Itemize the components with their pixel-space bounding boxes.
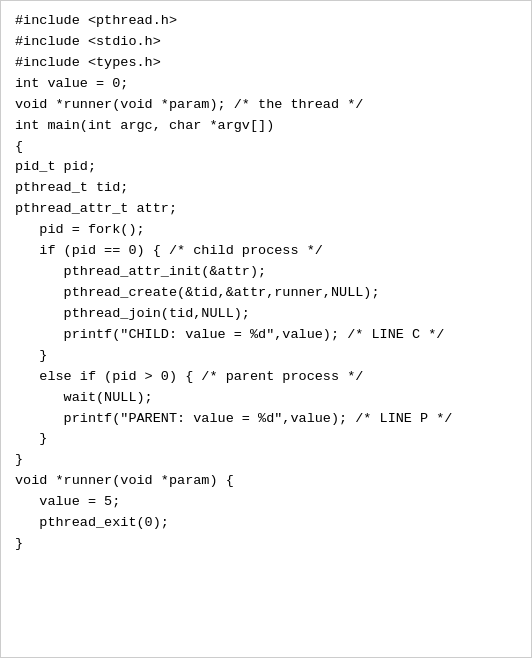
code-line: }: [15, 346, 517, 367]
code-line: pid_t pid;: [15, 157, 517, 178]
code-line: printf("PARENT: value = %d",value); /* L…: [15, 409, 517, 430]
code-line: pthread_t tid;: [15, 178, 517, 199]
code-line: pthread_exit(0);: [15, 513, 517, 534]
code-line: #include <types.h>: [15, 53, 517, 74]
code-line: #include <pthread.h>: [15, 11, 517, 32]
code-line: printf("CHILD: value = %d",value); /* LI…: [15, 325, 517, 346]
code-line: {: [15, 137, 517, 158]
code-line: if (pid == 0) { /* child process */: [15, 241, 517, 262]
code-line: pthread_attr_t attr;: [15, 199, 517, 220]
code-line: #include <stdio.h>: [15, 32, 517, 53]
code-line: }: [15, 450, 517, 471]
code-line: int value = 0;: [15, 74, 517, 95]
code-line: pthread_create(&tid,&attr,runner,NULL);: [15, 283, 517, 304]
code-line: else if (pid > 0) { /* parent process */: [15, 367, 517, 388]
code-line: int main(int argc, char *argv[]): [15, 116, 517, 137]
code-line: pthread_attr_init(&attr);: [15, 262, 517, 283]
code-line: void *runner(void *param); /* the thread…: [15, 95, 517, 116]
code-container: #include <pthread.h>#include <stdio.h>#i…: [0, 0, 532, 658]
code-line: value = 5;: [15, 492, 517, 513]
code-line: pid = fork();: [15, 220, 517, 241]
code-line: }: [15, 429, 517, 450]
code-line: pthread_join(tid,NULL);: [15, 304, 517, 325]
code-line: wait(NULL);: [15, 388, 517, 409]
code-block: #include <pthread.h>#include <stdio.h>#i…: [15, 11, 517, 555]
code-line: void *runner(void *param) {: [15, 471, 517, 492]
code-line: }: [15, 534, 517, 555]
